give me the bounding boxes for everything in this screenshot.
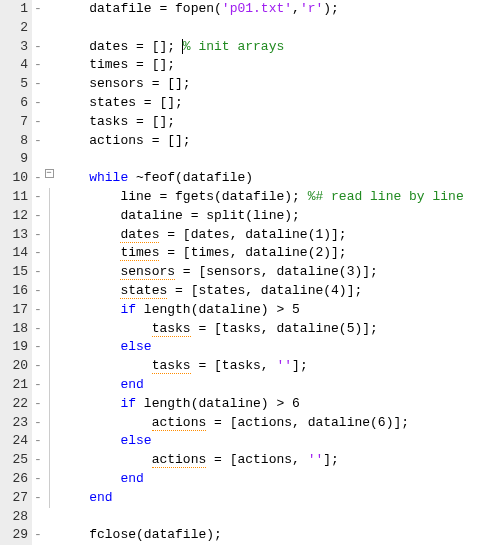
code-line[interactable]: 28 — [0, 508, 500, 527]
code-content[interactable]: else — [56, 432, 500, 451]
fold-column — [42, 432, 56, 451]
breakpoint-dash[interactable]: - — [32, 357, 42, 376]
code-content[interactable]: if length(dataline) > 6 — [56, 395, 500, 414]
breakpoint-dash[interactable]: - — [32, 526, 42, 545]
breakpoint-dash[interactable]: - — [32, 94, 42, 113]
code-content[interactable]: while ~feof(datafile) — [56, 169, 500, 188]
code-content[interactable]: dates = [dates, dataline(1)]; — [56, 226, 500, 245]
code-line[interactable]: 2 — [0, 19, 500, 38]
code-content[interactable]: times = [times, dataline(2)]; — [56, 244, 500, 263]
code-content[interactable]: actions = []; — [56, 132, 500, 151]
code-line[interactable]: 10-− while ~feof(datafile) — [0, 169, 500, 188]
code-content[interactable]: if length(dataline) > 5 — [56, 301, 500, 320]
code-line[interactable]: 21- end — [0, 376, 500, 395]
code-line[interactable]: 8- actions = []; — [0, 132, 500, 151]
breakpoint-dash[interactable]: - — [32, 56, 42, 75]
code-line[interactable]: 19- else — [0, 338, 500, 357]
code-content[interactable]: dates = []; % init arrays — [56, 38, 500, 57]
code-content[interactable]: actions = [actions, '']; — [56, 451, 500, 470]
code-line[interactable]: 11- line = fgets(datafile); %# read line… — [0, 188, 500, 207]
code-line[interactable]: 13- dates = [dates, dataline(1)]; — [0, 226, 500, 245]
keyword-token: end — [120, 471, 143, 486]
text-token: actions = []; — [89, 133, 190, 148]
warning-token: actions — [152, 452, 207, 468]
breakpoint-dash[interactable]: - — [32, 282, 42, 301]
breakpoint-dash[interactable]: - — [32, 320, 42, 339]
indent — [58, 358, 152, 373]
fold-column[interactable]: − — [42, 169, 56, 178]
breakpoint-dash[interactable]: - — [32, 451, 42, 470]
code-content[interactable]: line = fgets(datafile); %# read line by … — [56, 188, 500, 207]
line-number-gutter: 12 — [0, 207, 32, 226]
code-line[interactable]: 17- if length(dataline) > 5 — [0, 301, 500, 320]
breakpoint-dash[interactable]: - — [32, 338, 42, 357]
code-content[interactable]: end — [56, 376, 500, 395]
breakpoint-dash[interactable]: - — [32, 432, 42, 451]
text-token: ); — [323, 1, 339, 16]
breakpoint-dash[interactable]: - — [32, 132, 42, 151]
code-content[interactable]: tasks = [tasks, dataline(5)]; — [56, 320, 500, 339]
code-content[interactable]: sensors = [sensors, dataline(3)]; — [56, 263, 500, 282]
breakpoint-dash[interactable]: - — [32, 489, 42, 508]
fold-minus-icon[interactable]: − — [45, 169, 54, 178]
code-content[interactable]: states = [states, dataline(4)]; — [56, 282, 500, 301]
code-content[interactable]: datafile = fopen('p01.txt','r'); — [56, 0, 500, 19]
code-content[interactable]: states = []; — [56, 94, 500, 113]
code-content[interactable]: else — [56, 338, 500, 357]
code-content[interactable]: end — [56, 489, 500, 508]
code-line[interactable]: 22- if length(dataline) > 6 — [0, 395, 500, 414]
code-line[interactable]: 16- states = [states, dataline(4)]; — [0, 282, 500, 301]
breakpoint-dash[interactable]: - — [32, 301, 42, 320]
breakpoint-dash[interactable]: - — [32, 207, 42, 226]
breakpoint-dash[interactable]: - — [32, 244, 42, 263]
breakpoint-dash[interactable]: - — [32, 376, 42, 395]
code-line[interactable]: 27- end — [0, 489, 500, 508]
code-line[interactable]: 29- fclose(datafile); — [0, 526, 500, 545]
code-content[interactable]: tasks = []; — [56, 113, 500, 132]
code-line[interactable]: 20- tasks = [tasks, '']; — [0, 357, 500, 376]
breakpoint-dash[interactable]: - — [32, 414, 42, 433]
code-line[interactable]: 3- dates = []; % init arrays — [0, 38, 500, 57]
breakpoint-dash[interactable]: - — [32, 395, 42, 414]
line-number: 24 — [12, 432, 28, 451]
code-line[interactable]: 14- times = [times, dataline(2)]; — [0, 244, 500, 263]
code-content[interactable]: times = []; — [56, 56, 500, 75]
code-content[interactable]: sensors = []; — [56, 75, 500, 94]
line-number-gutter: 15 — [0, 263, 32, 282]
breakpoint-dash[interactable]: - — [32, 470, 42, 489]
code-editor[interactable]: 1- datafile = fopen('p01.txt','r');23- d… — [0, 0, 500, 545]
fold-guide-line — [49, 207, 50, 226]
code-line[interactable]: 1- datafile = fopen('p01.txt','r'); — [0, 0, 500, 19]
line-number-gutter: 8 — [0, 132, 32, 151]
fold-column — [42, 470, 56, 489]
code-content[interactable]: tasks = [tasks, '']; — [56, 357, 500, 376]
code-line[interactable]: 26- end — [0, 470, 500, 489]
code-line[interactable]: 15- sensors = [sensors, dataline(3)]; — [0, 263, 500, 282]
code-content[interactable]: dataline = split(line); — [56, 207, 500, 226]
code-line[interactable]: 5- sensors = []; — [0, 75, 500, 94]
code-line[interactable]: 9 — [0, 150, 500, 169]
code-line[interactable]: 24- else — [0, 432, 500, 451]
code-line[interactable]: 7- tasks = []; — [0, 113, 500, 132]
breakpoint-dash[interactable]: - — [32, 75, 42, 94]
line-number-gutter: 16 — [0, 282, 32, 301]
code-line[interactable]: 4- times = []; — [0, 56, 500, 75]
code-content[interactable]: actions = [actions, dataline(6)]; — [56, 414, 500, 433]
code-line[interactable]: 25- actions = [actions, '']; — [0, 451, 500, 470]
breakpoint-dash[interactable]: - — [32, 0, 42, 19]
breakpoint-dash[interactable]: - — [32, 38, 42, 57]
fold-guide-line — [49, 414, 50, 433]
code-line[interactable]: 23- actions = [actions, dataline(6)]; — [0, 414, 500, 433]
line-number: 5 — [20, 75, 28, 94]
breakpoint-dash[interactable]: - — [32, 188, 42, 207]
code-line[interactable]: 12- dataline = split(line); — [0, 207, 500, 226]
breakpoint-dash[interactable]: - — [32, 169, 42, 188]
breakpoint-dash[interactable]: - — [32, 113, 42, 132]
code-line[interactable]: 18- tasks = [tasks, dataline(5)]; — [0, 320, 500, 339]
breakpoint-dash[interactable]: - — [32, 263, 42, 282]
code-content[interactable]: end — [56, 470, 500, 489]
code-content[interactable]: fclose(datafile); — [56, 526, 500, 545]
breakpoint-dash[interactable]: - — [32, 226, 42, 245]
code-line[interactable]: 6- states = []; — [0, 94, 500, 113]
indent — [58, 245, 120, 260]
